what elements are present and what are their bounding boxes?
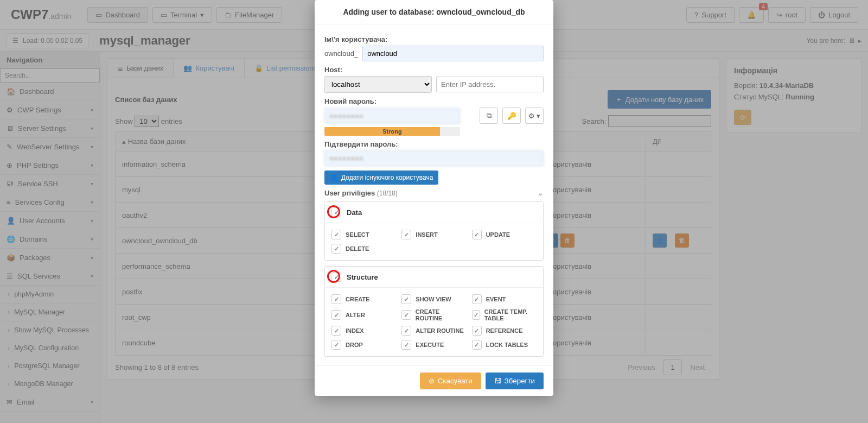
- privilege-item[interactable]: EXECUTE: [401, 340, 466, 350]
- password-strength: Strong: [324, 127, 460, 136]
- confirm-label: Підтвердити пароль:: [324, 140, 544, 148]
- privilege-item[interactable]: LOCK TABLES: [472, 340, 537, 350]
- privilege-checkbox[interactable]: [331, 244, 341, 254]
- password-input[interactable]: [324, 108, 460, 124]
- privilege-item[interactable]: DELETE: [331, 244, 396, 254]
- privilege-item[interactable]: CREATE: [331, 294, 396, 304]
- privilege-item[interactable]: DROP: [331, 340, 396, 350]
- privilege-checkbox[interactable]: [401, 310, 411, 320]
- username-label: Ім\'я користувача:: [324, 35, 544, 43]
- privilege-item[interactable]: REFERENCE: [472, 326, 537, 336]
- show-password-button[interactable]: 🔑: [502, 108, 521, 124]
- privilege-checkbox[interactable]: [472, 326, 482, 336]
- privilege-checkbox[interactable]: [331, 340, 341, 350]
- privilege-item[interactable]: INSERT: [401, 230, 466, 239]
- privilege-checkbox[interactable]: [472, 340, 482, 350]
- newpw-label: Новий пароль:: [324, 97, 544, 105]
- copy-password-button[interactable]: ⧉: [480, 108, 498, 124]
- privilege-checkbox[interactable]: [331, 230, 341, 239]
- privilege-checkbox[interactable]: [401, 340, 411, 350]
- confirm-password-input[interactable]: [324, 150, 544, 166]
- add-existing-user-button[interactable]: 👤 Додати існуючого користувача: [324, 171, 438, 185]
- privilege-item[interactable]: ALTER: [331, 308, 396, 321]
- privilege-checkbox[interactable]: [472, 310, 480, 320]
- privileges-header[interactable]: User priviligies (18/18) ⌄: [324, 185, 544, 201]
- host-select[interactable]: localhost: [324, 76, 432, 93]
- privilege-checkbox[interactable]: [472, 294, 482, 304]
- generate-password-button[interactable]: ⚙ ▾: [525, 108, 544, 124]
- modal-title: Adding user to database: owncloud_ownclo…: [315, 0, 553, 24]
- privilege-checkbox[interactable]: [331, 294, 341, 304]
- host-label: Host:: [324, 66, 544, 74]
- privilege-checkbox[interactable]: [331, 326, 341, 336]
- privilege-item[interactable]: EVENT: [472, 294, 537, 304]
- privilege-checkbox[interactable]: [401, 294, 411, 304]
- privilege-checkbox[interactable]: [472, 230, 482, 239]
- privilege-item[interactable]: ALTER ROUTINE: [401, 326, 466, 336]
- privilege-checkbox[interactable]: [401, 326, 411, 336]
- privilege-item[interactable]: INDEX: [331, 326, 396, 336]
- privilege-item[interactable]: CREATE ROUTINE: [401, 308, 466, 321]
- save-button[interactable]: 🖫 Зберегти: [486, 373, 544, 389]
- privilege-checkbox[interactable]: [331, 310, 341, 320]
- username-input[interactable]: [362, 46, 544, 61]
- structure-checkbox-all[interactable]: [331, 272, 341, 282]
- privilege-checkbox[interactable]: [401, 230, 411, 239]
- ip-input[interactable]: [436, 77, 544, 92]
- cancel-button[interactable]: ⊘ Скасувати: [420, 373, 481, 389]
- add-user-modal: Adding user to database: owncloud_ownclo…: [315, 0, 553, 396]
- privilege-item[interactable]: CREATE TEMP. TABLE: [472, 308, 537, 321]
- data-checkbox-all[interactable]: [331, 207, 341, 217]
- privilege-item[interactable]: UPDATE: [472, 230, 537, 239]
- privilege-item[interactable]: SHOW VIEW: [401, 294, 466, 304]
- chevron-down-icon: ⌄: [538, 189, 544, 197]
- privilege-item[interactable]: SELECT: [331, 230, 396, 239]
- username-prefix: owncloud_: [324, 49, 358, 58]
